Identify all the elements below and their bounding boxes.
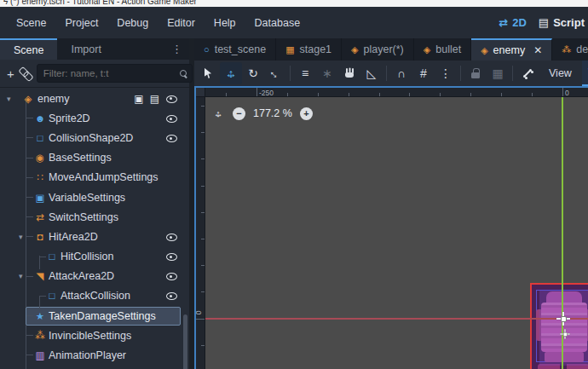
- node-label: InvincibleSettings: [49, 330, 131, 342]
- selection-rect[interactable]: [530, 283, 588, 369]
- menu-scene[interactable]: Scene: [7, 13, 55, 33]
- expand-arrow-icon[interactable]: ▾: [19, 272, 23, 280]
- visibility-eye-icon[interactable]: [165, 290, 177, 302]
- tree-connector: [26, 216, 33, 217]
- grid-snap-toggle[interactable]: #: [412, 62, 435, 84]
- zoom-out-button[interactable]: −: [233, 107, 245, 120]
- instance-scene-button[interactable]: [20, 66, 32, 81]
- attack-area2d-icon: ◥: [34, 270, 46, 282]
- measure-tool[interactable]: ◺: [360, 62, 383, 84]
- visibility-eye-icon[interactable]: [165, 132, 177, 144]
- toolbar-separator: [460, 66, 461, 81]
- move-jump-settings-icon: ∷: [34, 171, 46, 183]
- tree-connector: [39, 257, 46, 257]
- group-node-button[interactable]: ▦: [487, 62, 509, 84]
- tree-row-switchsettings[interactable]: ⇄SwitchSettings: [0, 207, 189, 227]
- visibility-eye-icon[interactable]: [165, 93, 177, 105]
- tree-connector: [26, 335, 33, 336]
- tree-row-hitcollision[interactable]: □HitCollision: [0, 247, 189, 267]
- zoom-controls: − 177.2 % +: [211, 107, 313, 120]
- tree-row-animationplayer[interactable]: ▥AnimationPlayer: [0, 345, 189, 365]
- tree-row-invinciblesettings[interactable]: ⁂InvincibleSettings: [0, 326, 189, 345]
- tree-row-hitarea2d[interactable]: ▾◘HitArea2D: [0, 227, 189, 246]
- bone-icon: [522, 67, 533, 79]
- scene-tab-player[interactable]: ◈player(*): [342, 38, 414, 61]
- ruler-corner: [196, 88, 205, 97]
- zoom-in-button[interactable]: +: [300, 107, 313, 120]
- list-select-tool[interactable]: ≡: [294, 62, 316, 84]
- window-title-bar: ϟ (*) enemy.tscn - Tutorial EN - Action …: [0, 0, 588, 7]
- node-label: AnimationPlayer: [49, 349, 126, 361]
- move-gizmo[interactable]: [556, 312, 570, 326]
- tree-row-takendamagesettings[interactable]: ★TakenDamageSettings: [0, 306, 189, 326]
- view-menu-button[interactable]: View: [539, 67, 582, 79]
- filter-wrap: [37, 64, 193, 83]
- ruler-tick: [226, 93, 227, 96]
- menu-editor[interactable]: Editor: [158, 13, 205, 33]
- node-label: HitArea2D: [49, 231, 98, 243]
- scene-tab-enemy[interactable]: ◈enemy✕: [471, 38, 552, 61]
- row-buttons: [165, 112, 177, 124]
- tree-row-variablesettings[interactable]: ▣VariableSettings: [0, 187, 189, 207]
- tree-row-sprite2d[interactable]: ☻Sprite2D: [0, 108, 189, 128]
- tab-close-icon[interactable]: ✕: [533, 44, 542, 56]
- pan-tool[interactable]: [338, 62, 360, 84]
- rotate-tool[interactable]: ↻: [242, 62, 264, 84]
- tab-import[interactable]: Import: [57, 38, 114, 60]
- skeleton-options-button[interactable]: [516, 62, 539, 84]
- anchor-gizmo[interactable]: [560, 329, 570, 339]
- snap-magnet-toggle-icon: ∩: [397, 66, 406, 80]
- pos-overlay-button[interactable]: ◆ pos: [582, 61, 588, 86]
- scene-tab-test-scene[interactable]: ○test_scene: [194, 38, 276, 61]
- screen-2d-button[interactable]: ⇄2D: [499, 16, 527, 29]
- switch-settings-icon: ⇄: [34, 211, 46, 223]
- filter-nodes-input[interactable]: [37, 64, 193, 83]
- invincible-settings-icon: ⁂: [34, 330, 46, 342]
- tab-scene[interactable]: Scene: [0, 38, 57, 60]
- row-buttons: [165, 251, 177, 262]
- tree-connector: [26, 276, 33, 277]
- viewport-canvas[interactable]: − 177.2 % + -25000: [194, 86, 588, 369]
- select-tool[interactable]: [198, 62, 220, 84]
- tree-row-moveandjumpsettings[interactable]: ∷MoveAndJumpSettings: [0, 168, 189, 187]
- snap-magnet-toggle[interactable]: ∩: [390, 62, 412, 84]
- tree-row-collisionshape2d[interactable]: □CollisionShape2D: [0, 128, 189, 147]
- open-script-icon[interactable]: ▤: [150, 93, 159, 105]
- instance-badge-icon[interactable]: ▣: [134, 93, 143, 105]
- menu-project[interactable]: Project: [55, 13, 107, 33]
- toolbar-separator: [386, 66, 387, 81]
- tree-row-enemy[interactable]: ▾◈enemy▣▤: [0, 89, 189, 108]
- snap-options-menu[interactable]: ⋮: [435, 62, 457, 84]
- x-axis-line: [205, 318, 588, 320]
- menu-database[interactable]: Database: [245, 13, 310, 33]
- visibility-eye-icon[interactable]: [165, 112, 177, 124]
- visibility-eye-icon[interactable]: [165, 231, 177, 243]
- lock-node-button[interactable]: [464, 62, 487, 84]
- move-tool[interactable]: [220, 62, 242, 84]
- expand-arrow-icon[interactable]: ▾: [7, 95, 11, 103]
- tree-row-attackarea2d[interactable]: ▾◥AttackArea2D: [0, 267, 189, 286]
- scene-tab-death-p[interactable]: ⁂death_p: [552, 38, 588, 61]
- ruler-tick: [196, 319, 205, 320]
- center-view-icon[interactable]: [213, 108, 224, 119]
- expand-arrow-icon[interactable]: ▾: [19, 233, 23, 241]
- dock-options-icon[interactable]: ⋮: [164, 43, 189, 55]
- add-node-button[interactable]: +: [7, 66, 14, 81]
- menu-debug[interactable]: Debug: [107, 13, 158, 33]
- scale-tool[interactable]: ↔: [264, 62, 286, 84]
- visibility-eye-icon[interactable]: [165, 251, 177, 262]
- scene-tab-bullet[interactable]: ◈bullet: [414, 38, 471, 61]
- menu-help[interactable]: Help: [205, 13, 245, 33]
- tree-row-basesettings[interactable]: ◉BaseSettings: [0, 148, 189, 168]
- tree-scrollbar[interactable]: [183, 314, 187, 369]
- zoom-level[interactable]: 177.2 %: [253, 107, 292, 119]
- visibility-eye-icon[interactable]: [165, 270, 177, 282]
- ruler-tick: [201, 265, 205, 266]
- screen-script-button[interactable]: ▤Script: [539, 16, 585, 29]
- scene-tab-label: bullet: [435, 43, 461, 55]
- row-buttons: [165, 270, 177, 282]
- ruler-tick: [349, 93, 349, 96]
- scene-tab-stage1[interactable]: ▦stage1: [276, 38, 342, 61]
- tree-row-attackcollision[interactable]: □AttackCollision: [0, 286, 189, 306]
- smart-snap-toggle[interactable]: ∗: [316, 62, 338, 84]
